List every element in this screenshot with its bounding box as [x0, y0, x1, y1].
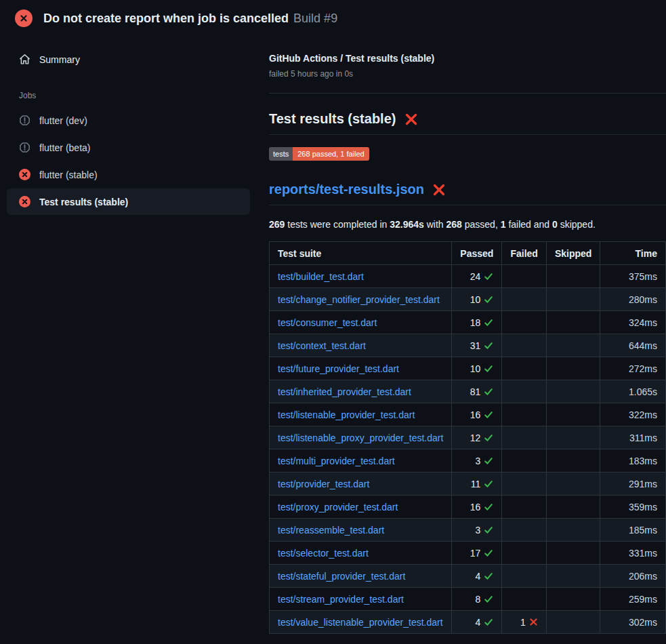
table-header-row: Test suite Passed Failed Skipped Time [270, 242, 666, 265]
test-suite-link[interactable]: test/inherited_provider_test.dart [278, 386, 411, 397]
passed-cell: 24 [452, 265, 502, 288]
skipped-cell [546, 265, 600, 288]
test-suite-link[interactable]: test/future_provider_test.dart [278, 363, 399, 374]
table-row: test/consumer_test.dart 18 324ms [270, 311, 666, 334]
time-cell: 331ms [600, 542, 666, 565]
passed-cell: 3 [452, 449, 502, 472]
badge-label: tests [269, 147, 293, 161]
check-icon [484, 272, 493, 281]
test-suite-cell: test/stream_provider_test.dart [270, 588, 452, 611]
sidebar-job-item[interactable]: Test results (stable) [7, 188, 250, 215]
check-run-header: Do not create report when job is cancell… [0, 0, 666, 35]
time-cell: 375ms [600, 265, 666, 288]
table-row: test/stream_provider_test.dart 8 259ms [270, 588, 666, 611]
test-suite-link[interactable]: test/listenable_proxy_provider_test.dart [278, 432, 443, 443]
test-suite-link[interactable]: test/builder_test.dart [278, 271, 364, 282]
test-suite-link[interactable]: test/context_test.dart [278, 340, 366, 351]
tests-status-badge: tests 268 passed, 1 failed [269, 147, 369, 161]
test-suite-link[interactable]: test/stream_provider_test.dart [278, 594, 404, 605]
column-header-test-suite: Test suite [270, 242, 452, 265]
sidebar-job-item[interactable]: flutter (beta) [7, 134, 250, 161]
summary-text: 269 tests were completed in 32.964s with… [269, 219, 666, 230]
sidebar-job-item[interactable]: flutter (dev) [7, 107, 250, 134]
test-suite-link[interactable]: test/stateful_provider_test.dart [278, 571, 405, 582]
column-header-skipped: Skipped [546, 242, 600, 265]
time-cell: 206ms [600, 565, 666, 588]
x-circle-icon [19, 196, 30, 207]
time-cell: 324ms [600, 311, 666, 334]
failed-cell [502, 519, 546, 542]
table-row: test/proxy_provider_test.dart 16 359ms [270, 496, 666, 519]
report-file-link[interactable]: reports/test-results.json [269, 182, 424, 197]
test-suite-link[interactable]: test/selector_test.dart [278, 548, 369, 559]
passed-cell: 17 [452, 542, 502, 565]
table-row: test/listenable_provider_test.dart 16 32… [270, 403, 666, 426]
test-table-body: test/builder_test.dart 24 375ms test/cha… [270, 265, 666, 634]
passed-cell: 8 [452, 588, 502, 611]
time-cell: 291ms [600, 472, 666, 496]
time-cell: 185ms [600, 519, 666, 542]
sidebar-job-item[interactable]: flutter (stable) [7, 161, 250, 188]
test-suite-cell: test/stateful_provider_test.dart [270, 565, 452, 588]
check-icon [484, 595, 493, 604]
sidebar: Summary Jobs flutter (dev) flutter (beta… [0, 35, 258, 216]
passed-cell: 3 [452, 519, 502, 542]
time-cell: 1.065s [600, 380, 666, 403]
skipped-cell [546, 472, 600, 496]
check-icon [484, 364, 493, 374]
test-suite-cell: test/listenable_provider_test.dart [270, 403, 452, 426]
failed-cell [502, 565, 546, 588]
test-suite-cell: test/listenable_proxy_provider_test.dart [270, 426, 452, 449]
failed-status-circle-icon [15, 9, 33, 27]
time-cell: 259ms [600, 588, 666, 611]
failed-cell [502, 496, 546, 519]
check-icon [484, 479, 493, 489]
test-suite-link[interactable]: test/change_notifier_provider_test.dart [278, 294, 440, 305]
section-heading: Test results (stable) [269, 111, 666, 135]
time-cell: 272ms [600, 357, 666, 380]
skipped-cell [546, 449, 600, 472]
job-list: flutter (dev) flutter (beta) flutter (st… [7, 107, 250, 215]
sidebar-job-label: flutter (dev) [39, 115, 87, 126]
test-suite-link[interactable]: test/value_listenable_provider_test.dart [278, 617, 443, 628]
table-row: test/context_test.dart 31 644ms [270, 334, 666, 357]
skipped-cell [546, 565, 600, 588]
failed-cell: 1 [502, 611, 546, 634]
skipped-cell [546, 426, 600, 449]
check-icon [484, 341, 493, 350]
skipped-cell [546, 288, 600, 311]
test-suite-cell: test/change_notifier_provider_test.dart [270, 288, 452, 311]
skipped-cell [546, 380, 600, 403]
check-icon [484, 618, 493, 627]
passed-cell: 12 [452, 426, 502, 449]
test-suite-link[interactable]: test/reassemble_test.dart [278, 525, 384, 536]
failed-cell [502, 472, 546, 496]
test-suite-link[interactable]: test/provider_test.dart [278, 479, 369, 489]
column-header-passed: Passed [452, 242, 502, 265]
passed-cell: 4 [452, 611, 502, 634]
passed-cell: 16 [452, 496, 502, 519]
check-icon [484, 410, 493, 420]
failed-cell [502, 380, 546, 403]
badge-value: 268 passed, 1 failed [293, 147, 369, 161]
skipped-cell [546, 403, 600, 426]
passed-cell: 16 [452, 403, 502, 426]
skipped-cell [546, 519, 600, 542]
check-icon [484, 318, 493, 327]
column-header-failed: Failed [502, 242, 546, 265]
test-suite-link[interactable]: test/consumer_test.dart [278, 317, 377, 328]
test-suite-link[interactable]: test/listenable_provider_test.dart [278, 409, 415, 420]
test-suite-link[interactable]: test/multi_provider_test.dart [278, 456, 395, 466]
test-suite-link[interactable]: test/proxy_provider_test.dart [278, 502, 398, 512]
check-icon [484, 502, 493, 512]
sidebar-item-summary[interactable]: Summary [7, 47, 250, 71]
table-row: test/provider_test.dart 11 291ms [270, 472, 666, 496]
table-row: test/value_listenable_provider_test.dart… [270, 611, 666, 634]
test-suite-cell: test/context_test.dart [270, 334, 452, 357]
failed-cell [502, 357, 546, 380]
time-cell: 183ms [600, 449, 666, 472]
check-icon [484, 433, 493, 443]
column-header-time: Time [600, 242, 666, 265]
passed-cell: 4 [452, 565, 502, 588]
failed-cell [502, 334, 546, 357]
